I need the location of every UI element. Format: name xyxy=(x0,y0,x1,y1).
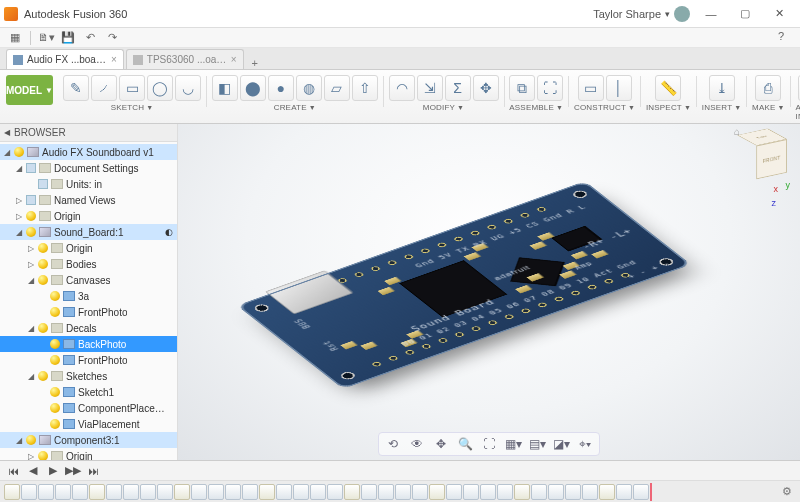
minimize-button[interactable]: — xyxy=(694,3,728,25)
move-button[interactable]: ✥ xyxy=(473,75,499,101)
timeline-feature[interactable] xyxy=(395,484,411,500)
orbit-button[interactable]: ⟲ xyxy=(383,435,403,453)
timeline-feature[interactable] xyxy=(361,484,377,500)
tree-node[interactable]: ◢Decals xyxy=(0,320,177,336)
expand-icon[interactable]: ▷ xyxy=(26,260,35,269)
tree-node[interactable]: ◢Canvases xyxy=(0,272,177,288)
lightbulb-icon[interactable] xyxy=(38,259,48,269)
tree-node[interactable]: ◢Audio FX Soundboard v1 xyxy=(0,144,177,160)
box-button[interactable]: ◧ xyxy=(212,75,238,101)
lightbulb-icon[interactable] xyxy=(50,387,60,397)
group-label[interactable]: CONSTRUCT ▼ xyxy=(574,103,635,112)
timeline-feature[interactable] xyxy=(480,484,496,500)
circle-button[interactable]: ◯ xyxy=(147,75,173,101)
expand-icon[interactable]: ◢ xyxy=(26,276,35,285)
press-button[interactable]: ⇲ xyxy=(417,75,443,101)
group-label[interactable]: ADD-INS ▼ xyxy=(795,103,800,121)
measure-button[interactable]: 📏 xyxy=(655,75,681,101)
lightbulb-icon[interactable] xyxy=(50,419,60,429)
tree-node[interactable]: FrontPhoto xyxy=(0,304,177,320)
tree-node[interactable]: ▷Origin xyxy=(0,448,177,460)
fillet-button[interactable]: ◠ xyxy=(389,75,415,101)
tree-node[interactable]: ▷Named Views xyxy=(0,192,177,208)
close-icon[interactable]: × xyxy=(111,54,117,65)
lightbulb-icon[interactable] xyxy=(26,163,36,173)
timeline-feature[interactable] xyxy=(174,484,190,500)
pan-button[interactable]: ✥ xyxy=(431,435,451,453)
new-tab-button[interactable]: + xyxy=(246,57,264,69)
tree-node[interactable]: Sketch1 xyxy=(0,384,177,400)
tree-node[interactable]: ◢Document Settings xyxy=(0,160,177,176)
help-button[interactable]: ? xyxy=(778,30,794,46)
data-panel-button[interactable]: ▦ xyxy=(6,30,24,46)
arc-button[interactable]: ◡ xyxy=(175,75,201,101)
sphere-button[interactable]: ● xyxy=(268,75,294,101)
expand-icon[interactable]: ◢ xyxy=(2,148,11,157)
tree-node[interactable]: ViaPlacement xyxy=(0,416,177,432)
tree-node[interactable]: 3a xyxy=(0,288,177,304)
timeline-feature[interactable] xyxy=(497,484,513,500)
timeline-feature[interactable] xyxy=(412,484,428,500)
timeline-feature[interactable] xyxy=(548,484,564,500)
expand-icon[interactable]: ◢ xyxy=(14,436,23,445)
timeline-feature[interactable] xyxy=(72,484,88,500)
grid-button[interactable]: ▤▾ xyxy=(527,435,547,453)
timeline[interactable]: ⚙ xyxy=(0,480,800,502)
sigma-button[interactable]: Σ xyxy=(445,75,471,101)
maximize-button[interactable]: ▢ xyxy=(728,3,762,25)
tab-audio-fx[interactable]: Audio FX ...board v1* × xyxy=(6,49,124,69)
lightbulb-icon[interactable] xyxy=(50,291,60,301)
lightbulb-icon[interactable] xyxy=(50,403,60,413)
file-menu[interactable]: 🗎▾ xyxy=(37,30,55,46)
timeline-feature[interactable] xyxy=(123,484,139,500)
timeline-feature[interactable] xyxy=(293,484,309,500)
tree-node[interactable]: ▷Bodies xyxy=(0,256,177,272)
lightbulb-icon[interactable] xyxy=(26,195,36,205)
close-icon[interactable]: × xyxy=(231,54,237,65)
tree-node[interactable]: Units: in xyxy=(0,176,177,192)
axis-button[interactable]: │ xyxy=(606,75,632,101)
lightbulb-icon[interactable] xyxy=(38,371,48,381)
look-button[interactable]: 👁 xyxy=(407,435,427,453)
workspace-switcher[interactable]: MODEL▼ xyxy=(6,75,53,105)
timeline-next-button[interactable]: ▶▶ xyxy=(64,463,82,479)
effects-button[interactable]: ◪▾ xyxy=(551,435,571,453)
group-label[interactable]: ASSEMBLE ▼ xyxy=(509,103,563,112)
timeline-prev-button[interactable]: ◀ xyxy=(24,463,42,479)
expand-icon[interactable]: ▷ xyxy=(26,244,35,253)
group-label[interactable]: MODIFY ▼ xyxy=(423,103,464,112)
timeline-feature[interactable] xyxy=(259,484,275,500)
timeline-feature[interactable] xyxy=(582,484,598,500)
group-label[interactable]: CREATE ▼ xyxy=(274,103,316,112)
timeline-first-button[interactable]: ⏮ xyxy=(4,463,22,479)
timeline-feature[interactable] xyxy=(242,484,258,500)
timeline-feature[interactable] xyxy=(616,484,632,500)
link-icon[interactable]: ◐ xyxy=(165,227,173,237)
lightbulb-icon[interactable] xyxy=(26,227,36,237)
snap-button[interactable]: ⌖▾ xyxy=(575,435,595,453)
fit-button[interactable]: ⛶ xyxy=(479,435,499,453)
close-button[interactable]: ✕ xyxy=(762,3,796,25)
save-button[interactable]: 💾 xyxy=(59,30,77,46)
timeline-marker[interactable] xyxy=(650,483,652,501)
expand-icon[interactable]: ▷ xyxy=(14,196,23,205)
lightbulb-icon[interactable] xyxy=(38,243,48,253)
timeline-feature[interactable] xyxy=(344,484,360,500)
timeline-feature[interactable] xyxy=(106,484,122,500)
timeline-feature[interactable] xyxy=(599,484,615,500)
tree-node[interactable]: ComponentPlacement xyxy=(0,400,177,416)
insert-button[interactable]: ⤓ xyxy=(709,75,735,101)
lightbulb-icon[interactable] xyxy=(14,147,24,157)
timeline-feature[interactable] xyxy=(225,484,241,500)
group-label[interactable]: INSERT ▼ xyxy=(702,103,742,112)
sketch-button[interactable]: ✎ xyxy=(63,75,89,101)
timeline-feature[interactable] xyxy=(208,484,224,500)
timeline-feature[interactable] xyxy=(514,484,530,500)
user-menu[interactable]: Taylor Sharpe ▾ xyxy=(593,6,690,22)
undo-button[interactable]: ↶ xyxy=(81,30,99,46)
expand-icon[interactable]: ◢ xyxy=(26,372,35,381)
lightbulb-icon[interactable] xyxy=(50,355,60,365)
lightbulb-icon[interactable] xyxy=(50,307,60,317)
plane2-button[interactable]: ▭ xyxy=(578,75,604,101)
line-button[interactable]: ⟋ xyxy=(91,75,117,101)
